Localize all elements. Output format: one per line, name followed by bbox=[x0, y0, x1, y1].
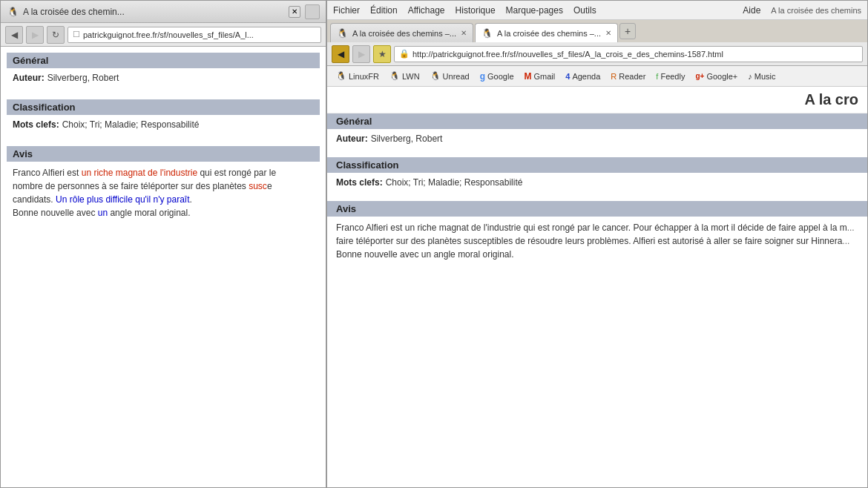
bookmark-reader-label: Reader bbox=[619, 72, 645, 81]
right-page-content: Général Auteur: Silverberg, Robert Class… bbox=[327, 113, 867, 487]
gmail-icon: M bbox=[525, 71, 532, 82]
bookmark-music-label: Music bbox=[754, 72, 776, 81]
menu-edition[interactable]: Édition bbox=[370, 5, 398, 16]
left-avis-header: Avis bbox=[7, 146, 320, 162]
right-bookmark-btn[interactable]: ★ bbox=[373, 45, 391, 63]
right-general-header: Général bbox=[327, 113, 867, 129]
left-avis-highlight1: un riche magnat de l'industrie bbox=[82, 168, 197, 178]
right-general-section: Général Auteur: Silverberg, Robert bbox=[327, 113, 867, 148]
left-forward-btn[interactable]: ▶ bbox=[26, 26, 44, 44]
reader-icon: R bbox=[611, 72, 617, 81]
right-browser-window: Fichier Édition Affichage Historique Mar… bbox=[326, 0, 868, 488]
right-classification-body: Mots clefs: Choix; Tri; Maladie; Respons… bbox=[327, 174, 867, 192]
right-tab-1[interactable]: 🐧 A la croisée des chemins –... ✕ bbox=[330, 23, 473, 42]
menu-outils[interactable]: Outils bbox=[573, 5, 596, 16]
left-tab-close-btn[interactable]: ✕ bbox=[289, 6, 300, 18]
left-general-section: Général Auteur: Silverberg, Robert bbox=[7, 53, 320, 88]
right-nav-bar: ◀ ▶ ★ 🔒 http://patrickguignot.free.fr/sf… bbox=[327, 42, 867, 66]
left-author-label: Auteur: bbox=[13, 73, 45, 83]
tab2-icon: 🐧 bbox=[481, 28, 493, 39]
menu-historique[interactable]: Historique bbox=[456, 5, 496, 16]
left-avis-section: Avis Franco Alfieri est un riche magnat … bbox=[7, 146, 320, 222]
bookmark-google[interactable]: g Google bbox=[476, 70, 519, 83]
bookmark-googleplus-label: Google+ bbox=[706, 72, 737, 81]
left-general-body: Auteur: Silverberg, Robert bbox=[7, 70, 320, 88]
right-general-body: Auteur: Silverberg, Robert bbox=[327, 131, 867, 148]
left-avis-line2: nombre de personnes à se faire téléporte… bbox=[13, 181, 272, 191]
menu-marque-pages[interactable]: Marque-pages bbox=[506, 5, 563, 16]
bookmark-feedly-label: Feedly bbox=[660, 72, 685, 81]
new-tab-btn[interactable]: + bbox=[619, 23, 636, 39]
bookmark-gmail-label: Gmail bbox=[534, 72, 556, 81]
linuxfr-icon: 🐧 bbox=[336, 71, 346, 81]
bookmark-linuxfr[interactable]: 🐧 LinuxFR bbox=[332, 70, 384, 82]
googleplus-icon: g+ bbox=[695, 72, 704, 80]
menu-fichier[interactable]: Fichier bbox=[333, 5, 360, 16]
right-tab-2[interactable]: 🐧 A la croisée des chemins –... ✕ bbox=[475, 23, 618, 42]
bookmark-feedly[interactable]: f Feedly bbox=[651, 70, 689, 82]
left-general-header: Général bbox=[7, 53, 320, 68]
bookmark-reader[interactable]: R Reader bbox=[606, 70, 650, 82]
right-author-value: Silverberg, Robert bbox=[371, 133, 443, 144]
right-author-row: Auteur: Silverberg, Robert bbox=[336, 133, 858, 144]
right-avis-body: Franco Alfieri est un riche magnat de l'… bbox=[327, 218, 867, 264]
left-avis-highlight2: susc bbox=[249, 181, 267, 191]
right-address-text: http://patrickguignot.free.fr/sf/nouvell… bbox=[412, 50, 723, 59]
right-back-btn[interactable]: ◀ bbox=[332, 45, 349, 63]
left-reload-btn[interactable]: ↻ bbox=[47, 26, 65, 44]
left-window-control[interactable] bbox=[305, 4, 320, 19]
menu-aide[interactable]: Aide bbox=[743, 5, 760, 16]
tab1-label: A la croisée des chemins –... bbox=[352, 29, 456, 38]
right-bookmark-bar: 🐧 LinuxFR 🐧 LWN 🐧 Unread g Google M Gmai… bbox=[327, 66, 867, 87]
left-motclef-row: Mots clefs: Choix; Tri; Maladie; Respons… bbox=[13, 119, 314, 130]
bookmark-googleplus[interactable]: g+ Google+ bbox=[691, 70, 742, 82]
left-address-bar[interactable]: ☐ patrickguignot.free.fr/sf/nouvelles_sf… bbox=[68, 27, 321, 43]
left-avis-line4: Bonne nouvelle avec un angle moral origi… bbox=[13, 208, 191, 218]
left-classification-section: Classification Mots clefs: Choix; Tri; M… bbox=[7, 99, 320, 134]
left-browser-window: 🐧 A la croisée des chemin... ✕ ◀ ▶ ↻ ☐ p… bbox=[0, 0, 326, 488]
left-motclef-label: Mots clefs: bbox=[13, 119, 59, 130]
tab1-icon: 🐧 bbox=[337, 28, 348, 39]
right-address-icon: 🔒 bbox=[399, 49, 410, 59]
left-avis-line1: Franco Alfieri est un riche magnat de l'… bbox=[13, 168, 276, 178]
bookmark-google-label: Google bbox=[487, 72, 513, 81]
right-page-title-bar: A la cro bbox=[327, 87, 867, 113]
menu-affichage[interactable]: Affichage bbox=[408, 5, 445, 16]
bookmark-music[interactable]: ♪ Music bbox=[743, 70, 780, 82]
right-motclef-label: Mots clefs: bbox=[336, 177, 383, 188]
left-author-value: Silverberg, Robert bbox=[47, 73, 119, 83]
right-forward-btn[interactable]: ▶ bbox=[352, 45, 370, 63]
music-icon: ♪ bbox=[748, 72, 752, 81]
left-nav-bar: ◀ ▶ ↻ ☐ patrickguignot.free.fr/sf/nouvel… bbox=[1, 23, 326, 47]
right-motclef-value: Choix; Tri; Maladie; Responsabilité bbox=[386, 177, 523, 188]
right-address-bar[interactable]: 🔒 http://patrickguignot.free.fr/sf/nouve… bbox=[394, 46, 863, 62]
left-avis-highlight4: un bbox=[98, 208, 108, 218]
tab2-close-btn[interactable]: ✕ bbox=[605, 29, 611, 37]
left-classification-header: Classification bbox=[7, 99, 320, 115]
bookmark-lwn[interactable]: 🐧 LWN bbox=[385, 70, 424, 82]
google-icon: g bbox=[480, 71, 485, 82]
left-avis-highlight3: Un rôle plus difficile qu'il n'y paraît bbox=[56, 194, 189, 205]
left-window-title: A la croisée des chemin... bbox=[23, 7, 284, 17]
right-author-label: Auteur: bbox=[336, 133, 368, 144]
window-title-right: A la croisée des chemins bbox=[771, 6, 861, 15]
feedly-icon: f bbox=[656, 72, 658, 81]
right-page-title: A la cro bbox=[804, 91, 858, 108]
right-avis-section: Avis Franco Alfieri est un riche magnat … bbox=[327, 201, 867, 264]
bookmark-linuxfr-label: LinuxFR bbox=[349, 72, 379, 81]
left-back-btn[interactable]: ◀ bbox=[5, 26, 23, 44]
left-motclef-value: Choix; Tri; Maladie; Responsabilité bbox=[62, 119, 200, 130]
right-motclef-row: Mots clefs: Choix; Tri; Maladie; Respons… bbox=[336, 177, 858, 188]
bookmark-unread[interactable]: 🐧 Unread bbox=[426, 70, 474, 82]
agenda-icon: 4 bbox=[565, 72, 570, 81]
bookmark-gmail[interactable]: M Gmail bbox=[520, 70, 560, 83]
left-page-content: Général Auteur: Silverberg, Robert Class… bbox=[1, 47, 326, 487]
unread-icon: 🐧 bbox=[430, 71, 441, 81]
right-classification-header: Classification bbox=[327, 157, 867, 173]
bookmark-unread-label: Unread bbox=[443, 72, 470, 81]
left-avis-body: Franco Alfieri est un riche magnat de l'… bbox=[7, 163, 320, 222]
left-author-row: Auteur: Silverberg, Robert bbox=[13, 73, 314, 83]
tab1-close-btn[interactable]: ✕ bbox=[461, 29, 467, 37]
left-title-bar: 🐧 A la croisée des chemin... ✕ bbox=[1, 1, 326, 23]
bookmark-agenda[interactable]: 4 Agenda bbox=[561, 70, 605, 82]
